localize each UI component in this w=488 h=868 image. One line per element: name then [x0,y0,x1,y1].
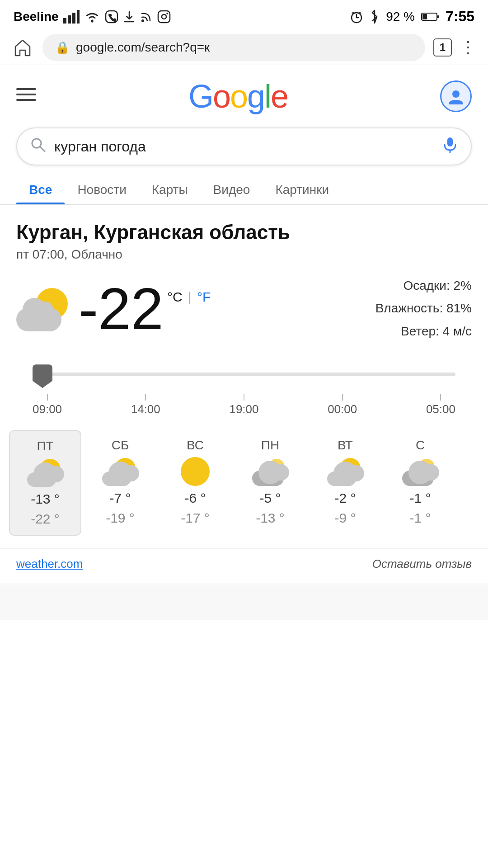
day-name-3: ПН [261,438,279,453]
google-logo: Google [188,78,288,115]
temp-high-5: -1 ° [409,491,431,506]
day-name-1: СБ [112,438,129,453]
status-right: 92 % 7:55 [350,8,474,25]
svg-rect-15 [437,15,439,18]
temp-low-5: -1 ° [409,510,431,526]
forecast-day-0[interactable]: ПТ -13 ° -22 ° [9,430,81,536]
browser-menu-icon[interactable]: ⋮ [460,38,477,57]
celsius-unit[interactable]: °C [167,289,183,304]
timeline-section: 09:00 14:00 19:00 00:00 05:00 [16,355,472,421]
status-left: Beeline [14,9,171,24]
timeline-tick-4: 05:00 [426,394,455,416]
signal-icon [63,10,80,24]
timeline-slider[interactable] [33,364,455,392]
temp-high-3: -5 ° [259,491,281,506]
forecast-icon-5 [402,457,438,486]
day-name-0: ПТ [37,439,53,453]
weather-card: Курган, Курганская область пт 07:00, Обл… [0,205,488,421]
svg-rect-8 [158,11,170,23]
leave-review-link[interactable]: Оставить отзыв [372,557,472,571]
timeline-track [33,373,455,376]
tab-news[interactable]: Новости [65,174,139,204]
logo-e: e [271,78,288,114]
temp-low-0: -22 ° [31,511,60,527]
svg-rect-1 [68,15,71,24]
forecast-day-3[interactable]: ПН -5 ° -13 ° [234,430,306,536]
svg-point-4 [91,20,93,22]
forecast-day-4[interactable]: ВТ -2 ° -9 ° [309,430,381,536]
forecast-icon-4 [327,457,363,486]
source-link[interactable]: weather.com [16,557,83,571]
daily-forecast: ПТ -13 ° -22 ° СБ -7 ° -19 ° ВС -6 ° -17… [0,421,488,548]
forecast-day-5[interactable]: С -1 ° -1 ° [384,430,456,536]
tab-all[interactable]: Все [16,174,65,204]
weather-details: Осадки: 2% Влажность: 81% Ветер: 4 м/с [375,274,472,343]
svg-point-7 [141,19,144,22]
search-query: курган погода [54,138,434,155]
timeline-tick-1: 14:00 [131,394,160,416]
bottom-nav-bar [0,584,488,620]
battery-icon [421,12,439,22]
svg-rect-23 [447,137,453,146]
search-bar[interactable]: курган погода [16,127,472,165]
temp-high-1: -7 ° [109,491,131,506]
location-title: Курган, Курганская область [16,221,472,244]
svg-point-9 [162,14,166,19]
lock-icon: 🔒 [55,41,70,55]
status-bar: Beeline [0,0,488,29]
forecast-icon-3 [252,457,288,486]
svg-rect-2 [72,13,75,24]
logo-o1: o [213,78,230,114]
browser-bar: 🔒 google.com/search?q=к 1 ⋮ [0,29,488,65]
rss-icon [140,10,153,24]
card-footer: weather.com Оставить отзыв [0,548,488,584]
day-name-4: ВТ [338,438,353,453]
svg-line-22 [40,147,45,151]
unit-separator: | [188,289,192,304]
forecast-icon-0 [27,458,63,487]
temp-low-3: -13 ° [256,510,285,526]
tab-count[interactable]: 1 [433,38,452,57]
google-header: Google [0,65,488,123]
timeline-tick-0: 09:00 [33,394,62,416]
url-bar[interactable]: 🔒 google.com/search?q=к [42,34,425,61]
weather-icon-large [16,286,70,331]
tab-images[interactable]: Картинки [263,174,342,204]
search-tabs: Все Новости Карты Видео Картинки [0,174,488,205]
weather-datetime: пт 07:00, Облачно [16,247,472,262]
forecast-icon-1 [102,457,138,486]
timeline-tick-2: 19:00 [229,394,258,416]
precipitation-detail: Осадки: 2% [375,274,472,297]
svg-point-10 [166,13,168,14]
logo-g: G [188,78,213,114]
tab-video[interactable]: Видео [201,174,263,204]
alarm-icon [350,10,363,24]
tab-maps[interactable]: Карты [139,174,201,204]
temperature-section: -22 °C | °F [16,279,211,338]
forecast-day-1[interactable]: СБ -7 ° -19 ° [84,430,156,536]
fahrenheit-unit[interactable]: °F [197,289,211,304]
temp-low-1: -19 ° [106,510,135,526]
temperature-value: -22 [79,279,164,338]
main-weather: -22 °C | °F Осадки: 2% Влажность: 81% Ве… [16,274,472,343]
microphone-icon[interactable] [442,137,458,156]
temperature-units: °C | °F [167,289,211,305]
cloud-part [16,308,61,331]
temp-high-0: -13 ° [31,491,60,507]
bluetooth-icon [370,10,380,24]
home-icon[interactable] [11,36,34,59]
day-name-5: С [416,438,425,453]
temp-low-2: -17 ° [181,510,210,526]
forecast-day-2[interactable]: ВС -6 ° -17 ° [159,430,231,536]
battery-level: 92 % [386,9,415,24]
logo-g2: g [247,78,264,114]
temp-high-4: -2 ° [334,491,356,506]
svg-rect-16 [422,14,427,19]
download-icon [123,10,136,24]
user-avatar[interactable] [440,80,472,112]
svg-point-20 [452,90,460,98]
hamburger-menu-icon[interactable] [16,86,36,107]
timeline-pointer [33,364,52,388]
search-icon [30,137,46,156]
forecast-icon-2 [181,457,210,486]
